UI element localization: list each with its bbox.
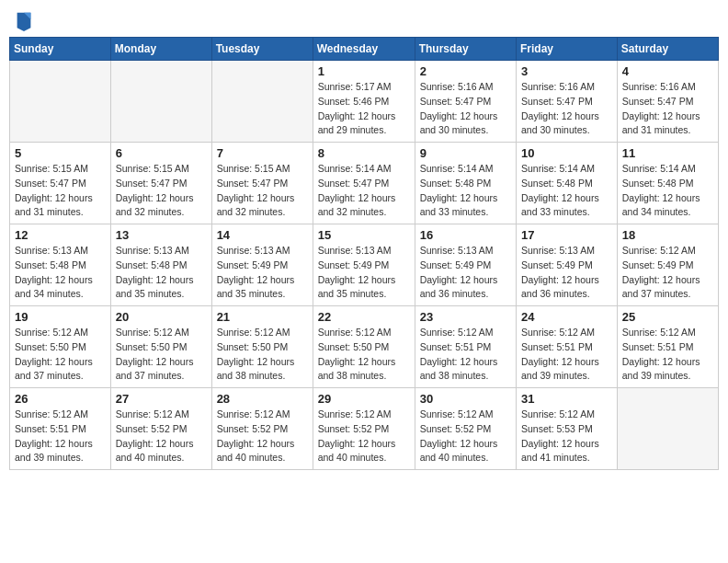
day-info: Sunrise: 5:12 AMSunset: 5:50 PMDaylight:… (217, 326, 308, 384)
calendar-cell: 16Sunrise: 5:13 AMSunset: 5:49 PMDayligh… (415, 224, 516, 306)
calendar-cell (10, 61, 111, 143)
calendar-cell: 25Sunrise: 5:12 AMSunset: 5:51 PMDayligh… (617, 306, 718, 388)
day-number: 8 (318, 146, 410, 160)
day-info: Sunrise: 5:13 AMSunset: 5:49 PMDaylight:… (217, 244, 308, 302)
day-info: Sunrise: 5:12 AMSunset: 5:52 PMDaylight:… (116, 408, 207, 465)
day-info: Sunrise: 5:13 AMSunset: 5:48 PMDaylight:… (116, 244, 207, 302)
day-info: Sunrise: 5:15 AMSunset: 5:47 PMDaylight:… (116, 162, 207, 220)
calendar-cell: 14Sunrise: 5:13 AMSunset: 5:49 PMDayligh… (211, 224, 313, 306)
logo-icon (15, 9, 33, 31)
calendar-cell: 10Sunrise: 5:14 AMSunset: 5:48 PMDayligh… (517, 143, 618, 224)
calendar-cell: 17Sunrise: 5:13 AMSunset: 5:49 PMDayligh… (517, 224, 618, 306)
day-info: Sunrise: 5:16 AMSunset: 5:47 PMDaylight:… (622, 80, 713, 138)
week-row-3: 12Sunrise: 5:13 AMSunset: 5:48 PMDayligh… (10, 224, 719, 306)
day-number: 3 (521, 64, 612, 78)
weekday-header-thursday: Thursday (415, 38, 516, 61)
calendar-cell: 13Sunrise: 5:13 AMSunset: 5:48 PMDayligh… (110, 224, 211, 306)
day-info: Sunrise: 5:15 AMSunset: 5:47 PMDaylight:… (15, 162, 106, 220)
calendar-cell: 3Sunrise: 5:16 AMSunset: 5:47 PMDaylight… (517, 61, 618, 143)
day-number: 13 (116, 228, 207, 242)
calendar-cell: 27Sunrise: 5:12 AMSunset: 5:52 PMDayligh… (110, 388, 211, 470)
day-number: 22 (318, 310, 410, 324)
calendar-cell: 2Sunrise: 5:16 AMSunset: 5:47 PMDaylight… (415, 61, 516, 143)
calendar-cell (617, 388, 718, 470)
calendar-cell (110, 61, 211, 143)
day-info: Sunrise: 5:12 AMSunset: 5:50 PMDaylight:… (15, 326, 106, 384)
day-info: Sunrise: 5:12 AMSunset: 5:52 PMDaylight:… (318, 408, 410, 465)
weekday-header-friday: Friday (517, 38, 618, 61)
day-number: 25 (622, 310, 713, 324)
calendar-cell: 12Sunrise: 5:13 AMSunset: 5:48 PMDayligh… (10, 224, 111, 306)
calendar-cell (211, 61, 313, 143)
calendar-cell: 22Sunrise: 5:12 AMSunset: 5:50 PMDayligh… (313, 306, 415, 388)
calendar-table: SundayMondayTuesdayWednesdayThursdayFrid… (9, 37, 719, 470)
day-number: 30 (420, 392, 511, 406)
day-info: Sunrise: 5:13 AMSunset: 5:49 PMDaylight:… (318, 244, 410, 302)
calendar-cell: 18Sunrise: 5:12 AMSunset: 5:49 PMDayligh… (617, 224, 718, 306)
day-info: Sunrise: 5:13 AMSunset: 5:48 PMDaylight:… (15, 244, 106, 302)
calendar-cell: 6Sunrise: 5:15 AMSunset: 5:47 PMDaylight… (110, 143, 211, 224)
page-header (9, 9, 719, 31)
calendar-cell: 4Sunrise: 5:16 AMSunset: 5:47 PMDaylight… (617, 61, 718, 143)
day-number: 15 (318, 228, 410, 242)
calendar-cell: 7Sunrise: 5:15 AMSunset: 5:47 PMDaylight… (211, 143, 313, 224)
calendar-cell: 8Sunrise: 5:14 AMSunset: 5:47 PMDaylight… (313, 143, 415, 224)
calendar-cell: 24Sunrise: 5:12 AMSunset: 5:51 PMDayligh… (517, 306, 618, 388)
day-info: Sunrise: 5:12 AMSunset: 5:53 PMDaylight:… (521, 408, 612, 465)
day-number: 29 (318, 392, 410, 406)
day-number: 18 (622, 228, 713, 242)
day-number: 4 (622, 64, 713, 78)
day-number: 2 (420, 64, 511, 78)
day-number: 19 (15, 310, 106, 324)
logo (13, 13, 33, 31)
day-info: Sunrise: 5:16 AMSunset: 5:47 PMDaylight:… (420, 80, 511, 138)
day-info: Sunrise: 5:12 AMSunset: 5:52 PMDaylight:… (420, 408, 511, 465)
calendar-cell: 11Sunrise: 5:14 AMSunset: 5:48 PMDayligh… (617, 143, 718, 224)
week-row-2: 5Sunrise: 5:15 AMSunset: 5:47 PMDaylight… (10, 143, 719, 224)
day-info: Sunrise: 5:14 AMSunset: 5:48 PMDaylight:… (420, 162, 511, 220)
calendar-cell: 5Sunrise: 5:15 AMSunset: 5:47 PMDaylight… (10, 143, 111, 224)
day-info: Sunrise: 5:12 AMSunset: 5:49 PMDaylight:… (622, 244, 713, 302)
day-number: 12 (15, 228, 106, 242)
week-row-5: 26Sunrise: 5:12 AMSunset: 5:51 PMDayligh… (10, 388, 719, 470)
day-number: 1 (318, 64, 410, 78)
day-info: Sunrise: 5:12 AMSunset: 5:51 PMDaylight:… (622, 326, 713, 384)
day-info: Sunrise: 5:14 AMSunset: 5:48 PMDaylight:… (521, 162, 612, 220)
day-info: Sunrise: 5:14 AMSunset: 5:47 PMDaylight:… (318, 162, 410, 220)
week-row-4: 19Sunrise: 5:12 AMSunset: 5:50 PMDayligh… (10, 306, 719, 388)
calendar-cell: 28Sunrise: 5:12 AMSunset: 5:52 PMDayligh… (211, 388, 313, 470)
day-info: Sunrise: 5:13 AMSunset: 5:49 PMDaylight:… (420, 244, 511, 302)
day-info: Sunrise: 5:12 AMSunset: 5:50 PMDaylight:… (116, 326, 207, 384)
day-info: Sunrise: 5:12 AMSunset: 5:51 PMDaylight:… (521, 326, 612, 384)
calendar-cell: 21Sunrise: 5:12 AMSunset: 5:50 PMDayligh… (211, 306, 313, 388)
day-number: 14 (217, 228, 308, 242)
day-info: Sunrise: 5:12 AMSunset: 5:50 PMDaylight:… (318, 326, 410, 384)
day-number: 27 (116, 392, 207, 406)
day-info: Sunrise: 5:13 AMSunset: 5:49 PMDaylight:… (521, 244, 612, 302)
day-info: Sunrise: 5:14 AMSunset: 5:48 PMDaylight:… (622, 162, 713, 220)
calendar-cell: 29Sunrise: 5:12 AMSunset: 5:52 PMDayligh… (313, 388, 415, 470)
day-number: 24 (521, 310, 612, 324)
calendar-cell: 19Sunrise: 5:12 AMSunset: 5:50 PMDayligh… (10, 306, 111, 388)
calendar-cell: 20Sunrise: 5:12 AMSunset: 5:50 PMDayligh… (110, 306, 211, 388)
day-number: 10 (521, 146, 612, 160)
day-info: Sunrise: 5:15 AMSunset: 5:47 PMDaylight:… (217, 162, 308, 220)
day-number: 20 (116, 310, 207, 324)
calendar-cell: 23Sunrise: 5:12 AMSunset: 5:51 PMDayligh… (415, 306, 516, 388)
day-info: Sunrise: 5:12 AMSunset: 5:51 PMDaylight:… (15, 408, 106, 465)
weekday-header-tuesday: Tuesday (211, 38, 313, 61)
day-number: 9 (420, 146, 511, 160)
day-info: Sunrise: 5:17 AMSunset: 5:46 PMDaylight:… (318, 80, 410, 138)
day-number: 26 (15, 392, 106, 406)
calendar-cell: 26Sunrise: 5:12 AMSunset: 5:51 PMDayligh… (10, 388, 111, 470)
day-info: Sunrise: 5:16 AMSunset: 5:47 PMDaylight:… (521, 80, 612, 138)
day-number: 11 (622, 146, 713, 160)
calendar-cell: 31Sunrise: 5:12 AMSunset: 5:53 PMDayligh… (517, 388, 618, 470)
weekday-header-sunday: Sunday (10, 38, 111, 61)
day-number: 7 (217, 146, 308, 160)
weekday-header-row: SundayMondayTuesdayWednesdayThursdayFrid… (10, 38, 719, 61)
day-info: Sunrise: 5:12 AMSunset: 5:52 PMDaylight:… (217, 408, 308, 465)
day-number: 16 (420, 228, 511, 242)
calendar-cell: 30Sunrise: 5:12 AMSunset: 5:52 PMDayligh… (415, 388, 516, 470)
weekday-header-wednesday: Wednesday (313, 38, 415, 61)
